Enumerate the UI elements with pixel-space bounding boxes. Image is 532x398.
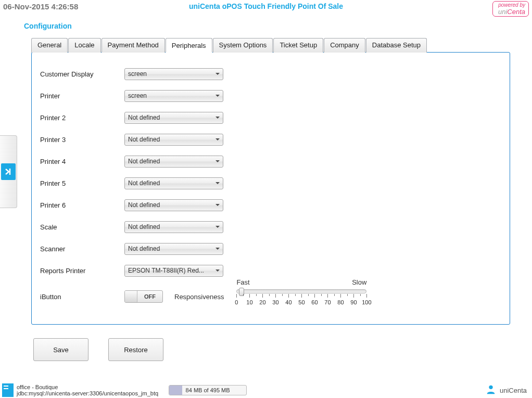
chevron-down-icon (216, 73, 220, 75)
server-icon (2, 383, 14, 397)
printer6-label: Printer 6 (40, 201, 124, 209)
svg-point-1 (489, 385, 492, 389)
scale-dropdown[interactable]: Not defined (124, 221, 223, 233)
tab-locale[interactable]: Locale (68, 38, 100, 53)
scanner-dropdown[interactable]: Not defined (124, 243, 223, 255)
printer5-label: Printer 5 (40, 179, 124, 187)
slider-numbers: 0102030405060708090100 (236, 299, 366, 306)
slider-fast-label: Fast (236, 278, 249, 286)
toggle-state: OFF (137, 293, 162, 300)
powered-by-badge: powered by uniCenta (492, 1, 529, 17)
chevron-down-icon (216, 95, 220, 97)
peripherals-panel: Customer Display screen Printer screen P… (31, 52, 510, 325)
slider-slow-label: Slow (352, 278, 366, 286)
ibutton-toggle[interactable]: OFF (124, 290, 163, 303)
tab-company[interactable]: Company (324, 38, 365, 53)
scanner-label: Scanner (40, 245, 124, 253)
chevron-down-icon (216, 226, 220, 228)
chevron-down-icon (216, 182, 220, 184)
section-title: Configuration (0, 12, 532, 37)
printer4-dropdown[interactable]: Not defined (124, 156, 223, 168)
config-tabs: GeneralLocalePayment MethodPeripheralsSy… (31, 37, 510, 52)
memory-bar: 84 MB of 495 MB (169, 385, 247, 395)
chevron-down-icon (216, 204, 220, 206)
footer-connection: jdbc:mysql://unicenta-server:3306/unicen… (17, 390, 158, 396)
save-button[interactable]: Save (33, 338, 88, 361)
toggle-knob (125, 291, 137, 302)
tab-payment-method[interactable]: Payment Method (102, 38, 165, 53)
tab-system-options[interactable]: System Options (213, 38, 273, 53)
restore-button[interactable]: Restore (108, 338, 163, 361)
user-icon (485, 383, 497, 397)
memory-label: 84 MB of 495 MB (186, 387, 230, 393)
printer3-dropdown[interactable]: Not defined (124, 134, 223, 146)
printer-label: Printer (40, 92, 124, 100)
printer3-label: Printer 3 (40, 136, 124, 144)
customer-display-label: Customer Display (40, 70, 124, 78)
printer2-label: Printer 2 (40, 114, 124, 122)
side-panel-toggle[interactable] (0, 135, 17, 208)
customer-display-dropdown[interactable]: screen (124, 68, 223, 80)
responsiveness-label: Responsiveness (174, 293, 224, 301)
printer2-dropdown[interactable]: Not defined (124, 112, 223, 124)
app-title: uniCenta oPOS Touch Friendly Point Of Sa… (189, 2, 343, 10)
datetime: 06-Nov-2015 4:26:58 (3, 2, 78, 11)
chevron-down-icon (216, 138, 220, 140)
printer5-dropdown[interactable]: Not defined (124, 177, 223, 189)
ibutton-label: iButton (40, 293, 124, 301)
slider-ticks (236, 294, 366, 299)
expand-icon (1, 163, 16, 180)
tab-ticket-setup[interactable]: Ticket Setup (273, 38, 323, 53)
printer4-label: Printer 4 (40, 158, 124, 165)
chevron-down-icon (216, 269, 220, 272)
reports-printer-label: Reports Printer (40, 267, 124, 275)
chevron-down-icon (216, 248, 220, 250)
responsiveness-slider[interactable] (236, 289, 366, 293)
tab-database-setup[interactable]: Database Setup (366, 38, 427, 53)
status-bar: office - Boutique jdbc:mysql://unicenta-… (0, 382, 532, 398)
reports-printer-dropdown[interactable]: EPSON TM-T88II(R) Red... (124, 265, 223, 277)
chevron-down-icon (216, 117, 220, 119)
printer-dropdown[interactable]: screen (124, 90, 223, 102)
scale-label: Scale (40, 223, 124, 231)
tab-peripherals[interactable]: Peripherals (166, 38, 212, 53)
printer6-dropdown[interactable]: Not defined (124, 199, 223, 211)
tab-general[interactable]: General (31, 38, 68, 53)
chevron-down-icon (216, 160, 220, 162)
footer-user: uniCenta (500, 387, 527, 394)
footer-location: office - Boutique (17, 384, 158, 390)
